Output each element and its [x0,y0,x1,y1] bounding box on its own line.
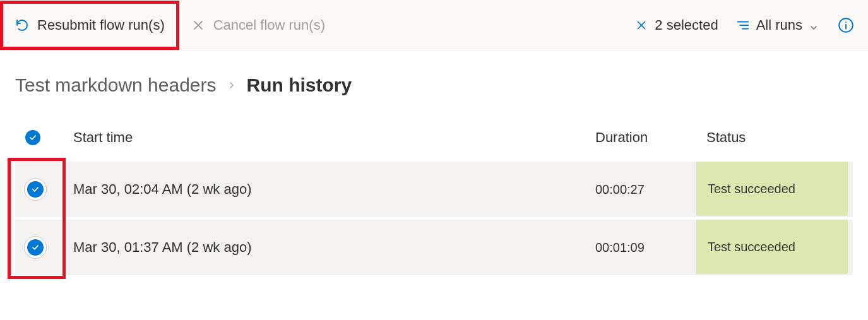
select-all-checkbox[interactable] [24,129,42,146]
row-check-cell [20,178,63,201]
table-body: Mar 30, 02:04 AM (2 wk ago) 00:00:27 Tes… [15,162,853,275]
row-check-cell [20,236,63,259]
clear-selection-button[interactable]: 2 selected [634,17,718,33]
check-icon [31,185,40,194]
selection-count-label: 2 selected [655,17,718,33]
row-checkbox[interactable] [24,236,47,259]
chevron-right-icon [227,80,237,90]
breadcrumb-current: Run history [247,74,352,96]
row-status-cell: Test succeeded [696,220,848,275]
command-bar-left: Resubmit flow run(s) Cancel flow run(s) [0,1,634,50]
table-row[interactable]: Mar 30, 01:37 AM (2 wk ago) 00:01:09 Tes… [15,220,853,275]
filter-dropdown[interactable]: All runs [736,17,819,33]
run-history-table: Start time Duration Status Mar 30, 02:04… [15,116,853,275]
check-icon [28,133,37,142]
chevron-down-icon [809,20,819,30]
filter-label: All runs [756,17,802,33]
filter-icon [736,18,750,32]
column-header-duration[interactable]: Duration [595,129,696,146]
row-start-time: Mar 30, 02:04 AM (2 wk ago) [63,181,595,198]
close-icon [191,18,206,33]
select-all-cell [20,129,63,146]
resubmit-label: Resubmit flow run(s) [37,17,165,33]
resubmit-button[interactable]: Resubmit flow run(s) [0,1,179,50]
status-badge: Test succeeded [696,162,848,216]
command-bar-right: 2 selected All runs [634,16,855,35]
svg-point-2 [845,21,847,23]
cancel-label: Cancel flow run(s) [213,17,325,33]
breadcrumb-parent[interactable]: Test markdown headers [15,74,217,96]
row-checkbox[interactable] [24,178,47,201]
breadcrumb: Test markdown headers Run history [0,50,868,116]
row-start-time: Mar 30, 01:37 AM (2 wk ago) [63,239,595,256]
close-icon [634,18,648,32]
info-button[interactable] [836,16,855,35]
refresh-icon [15,18,30,33]
info-icon [838,17,854,33]
cancel-button: Cancel flow run(s) [179,1,336,50]
column-header-start[interactable]: Start time [63,129,595,146]
column-header-status[interactable]: Status [696,129,848,146]
row-duration: 00:00:27 [595,182,696,197]
status-badge: Test succeeded [696,220,848,274]
check-icon [31,243,40,252]
row-duration: 00:01:09 [595,240,696,255]
row-status-cell: Test succeeded [696,162,848,217]
command-bar: Resubmit flow run(s) Cancel flow run(s) … [0,0,868,50]
table-header: Start time Duration Status [15,116,853,159]
table-row[interactable]: Mar 30, 02:04 AM (2 wk ago) 00:00:27 Tes… [15,162,853,217]
